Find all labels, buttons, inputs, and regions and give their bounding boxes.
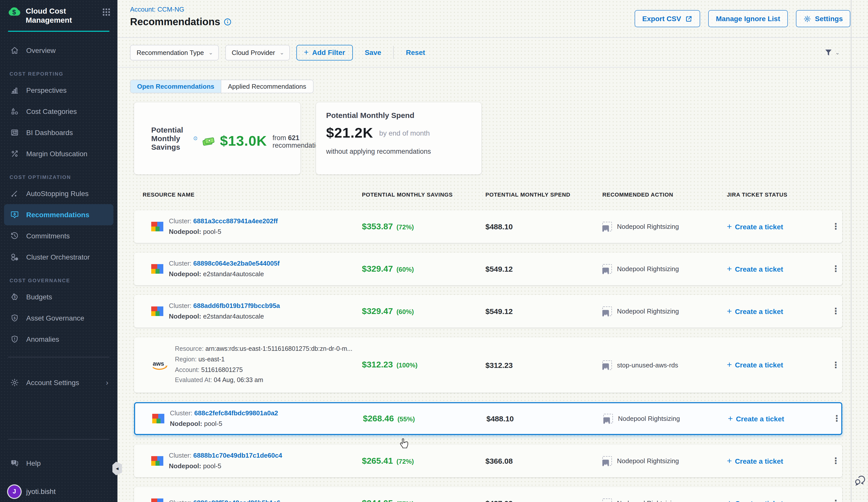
create-ticket-link[interactable]: +Create a ticket <box>727 264 829 274</box>
sidebar-item-cost-categories[interactable]: Cost Categories <box>0 101 117 122</box>
teal-accent-rule <box>8 31 110 31</box>
recommendation-row[interactable]: Cluster: 688c2fefc84fbdc99801a0a2Nodepoo… <box>134 402 842 435</box>
resource-id-link[interactable]: 6886e92f59a48cad86b5b1c6 <box>193 499 280 502</box>
sidebar-item-budgets[interactable]: $Budgets <box>0 286 117 307</box>
resource-line-label: Nodepool: <box>169 313 202 320</box>
add-filter-button[interactable]: + Add Filter <box>296 45 353 60</box>
resource-cell: Cluster: 6886e92f59a48cad86b5b1c6 <box>134 499 362 502</box>
export-csv-button[interactable]: Export CSV <box>634 10 700 27</box>
resource-id-link[interactable]: 68898c064e3e2ba0e544005f <box>193 260 280 267</box>
sidebar-item-cluster-orchestrator[interactable]: Cluster Orchestrator <box>0 246 117 268</box>
sidebar-item-autostopping-rules[interactable]: AutoStopping Rules <box>0 183 117 204</box>
plus-icon: + <box>727 264 732 274</box>
gcp-logo-icon <box>151 264 163 274</box>
sidebar-item-help[interactable]: ? Help <box>0 453 117 474</box>
recommendation-row[interactable]: Cluster: 6888b1c70e49db17c1de60c4Nodepoo… <box>134 445 842 477</box>
resource-id-link[interactable]: 688add6fb019b17f9bccb95a <box>193 302 280 310</box>
plus-icon: + <box>728 414 733 423</box>
create-ticket-link[interactable]: +Create a ticket <box>727 360 829 370</box>
dashboard-icon <box>10 127 20 137</box>
question-icon[interactable]: ? <box>193 134 197 143</box>
user-avatar: J <box>8 485 21 498</box>
tab-open-recommendations[interactable]: Open Recommendations <box>131 80 221 93</box>
row-kebab-menu[interactable]: ⋮ <box>830 413 843 424</box>
row-kebab-menu[interactable]: ⋮ <box>829 359 842 370</box>
settings-button[interactable]: Settings <box>796 10 850 27</box>
recommendation-type-dropdown[interactable]: Recommendation Type ⌄ <box>130 45 218 60</box>
chevron-down-icon: ⌄ <box>835 50 840 55</box>
cloud-provider-dropdown[interactable]: Cloud Provider ⌄ <box>225 45 290 60</box>
row-kebab-menu[interactable]: ⋮ <box>829 221 842 232</box>
rightsizing-action-icon <box>602 360 612 370</box>
main-content: Account: CCM-NG Recommendations Export C… <box>117 0 868 502</box>
manage-ignore-list-button[interactable]: Manage Ignore List <box>708 10 788 27</box>
history-clock-icon <box>10 231 20 241</box>
create-ticket-link[interactable]: +Create a ticket <box>727 498 829 502</box>
percent-icon <box>10 148 20 158</box>
shapes-icon <box>10 106 20 116</box>
rightsizing-action-icon <box>602 456 612 466</box>
resource-id-link[interactable]: 6888b1c70e49db17c1de60c4 <box>193 452 282 459</box>
row-kebab-menu[interactable]: ⋮ <box>829 498 842 502</box>
column-potential-monthly-savings: POTENTIAL MONTHLY SAVINGS <box>362 191 485 198</box>
sidebar-divider <box>8 357 110 357</box>
recommendation-row[interactable]: Cluster: 688add6fb019b17f9bccb95aNodepoo… <box>134 295 842 328</box>
save-filter-link[interactable]: Save <box>365 49 381 56</box>
module-grid-icon[interactable] <box>102 8 110 18</box>
resource-line-value: arn:aws:rds:us-east-1:511616801275:db:zn… <box>205 345 352 353</box>
sidebar-item-anomalies[interactable]: Anomalies <box>0 328 117 349</box>
create-ticket-link[interactable]: +Create a ticket <box>727 221 829 232</box>
potential-spend-cell: $488.10 <box>485 222 602 231</box>
support-chat-icon[interactable] <box>854 475 866 488</box>
chevron-right-icon: › <box>106 378 108 387</box>
info-icon[interactable] <box>224 18 231 26</box>
tab-applied-recommendations[interactable]: Applied Recommendations <box>221 80 313 93</box>
sidebar-item-label: Commitments <box>26 232 70 240</box>
resource-line-value: e2standar4autoscale <box>203 270 264 278</box>
sidebar-item-account-settings[interactable]: Account Settings › <box>0 372 117 393</box>
external-link-icon <box>685 15 693 22</box>
sidebar-item-label: Anomalies <box>26 335 59 343</box>
resource-cell: Resource: arn:aws:rds:us-east-1:51161680… <box>134 345 362 385</box>
app-title: Cloud Cost Management <box>26 7 85 25</box>
scrollbar-track[interactable] <box>851 0 851 502</box>
sidebar-user[interactable]: J jyoti.bisht <box>0 481 117 502</box>
piggy-bank-icon: $ <box>10 292 20 302</box>
resource-line: Cluster: 688c2fefc84fbdc99801a0a2 <box>170 409 278 418</box>
recommendation-row[interactable]: Cluster: 6881a3ccc887941a4ee202ffNodepoo… <box>134 210 842 243</box>
resource-line: Cluster: 6881a3ccc887941a4ee202ff <box>169 217 278 226</box>
create-ticket-link[interactable]: +Create a ticket <box>727 456 829 466</box>
account-breadcrumb-link[interactable]: Account: CCM-NG <box>130 6 184 13</box>
plus-icon: + <box>304 48 309 57</box>
svg-text:$: $ <box>14 316 16 320</box>
resource-id-link[interactable]: 688c2fefc84fbdc99801a0a2 <box>194 409 278 417</box>
resource-line: Cluster: 6888b1c70e49db17c1de60c4 <box>169 452 282 460</box>
recommendation-row[interactable]: Cluster: 68898c064e3e2ba0e544005fNodepoo… <box>134 252 842 285</box>
resource-line-label: Resource: <box>175 345 204 353</box>
bar-chart-icon <box>10 85 20 95</box>
sidebar-item-perspectives[interactable]: Perspectives <box>0 80 117 101</box>
recommendation-row[interactable]: Resource: arn:aws:rds:us-east-1:51161680… <box>134 337 842 393</box>
sidebar-item-recommendations[interactable]: Recommendations <box>4 204 113 225</box>
filter-panel-toggle[interactable]: ⌄ <box>824 48 840 57</box>
sidebar-item-bi-dashboards[interactable]: BI Dashboards <box>0 122 117 143</box>
resource-line-label: Account: <box>175 366 199 373</box>
svg-text:$: $ <box>14 295 16 299</box>
recommendation-row[interactable]: Cluster: 6886e92f59a48cad86b5b1c6$244.05… <box>134 487 842 502</box>
resource-line: Resource: arn:aws:rds:us-east-1:51161680… <box>175 345 352 353</box>
sidebar-item-commitments[interactable]: Commitments <box>0 225 117 246</box>
resource-line: Cluster: 68898c064e3e2ba0e544005f <box>169 260 280 268</box>
plus-icon: + <box>727 360 732 370</box>
sidebar-item-asset-governance[interactable]: $Asset Governance <box>0 307 117 328</box>
row-kebab-menu[interactable]: ⋮ <box>829 306 842 316</box>
resource-id-link[interactable]: 6881a3ccc887941a4ee202ff <box>193 217 278 225</box>
reset-filter-link[interactable]: Reset <box>406 49 425 56</box>
sidebar-item-overview[interactable]: Overview <box>0 40 117 61</box>
create-ticket-link[interactable]: +Create a ticket <box>728 414 830 423</box>
plus-icon: + <box>727 498 732 502</box>
row-kebab-menu[interactable]: ⋮ <box>829 456 842 466</box>
resource-line-value: 04 Aug, 06:33 am <box>214 377 263 384</box>
sidebar-item-margin-obfuscation[interactable]: Margin Obfuscation <box>0 143 117 164</box>
create-ticket-link[interactable]: +Create a ticket <box>727 306 829 316</box>
row-kebab-menu[interactable]: ⋮ <box>829 264 842 274</box>
